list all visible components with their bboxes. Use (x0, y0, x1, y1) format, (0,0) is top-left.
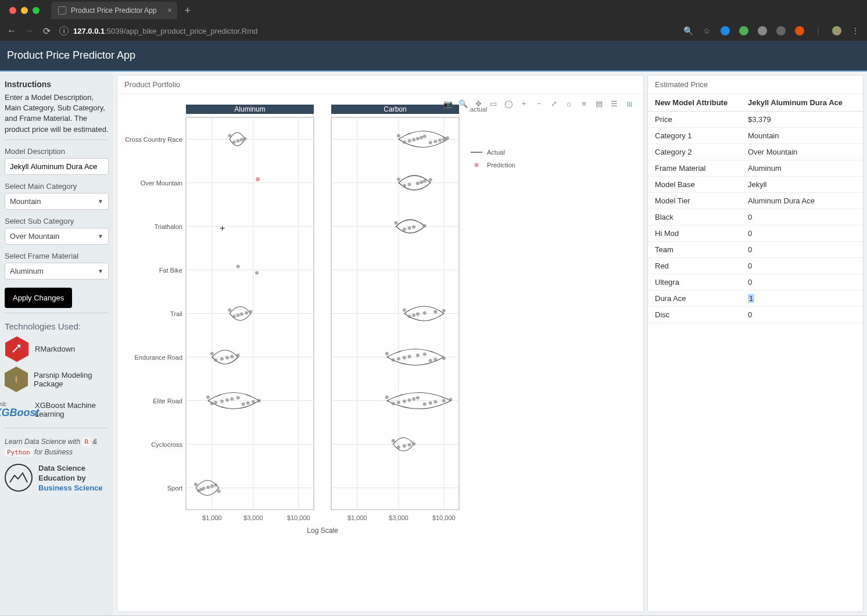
sub-category-select[interactable]: Over Mountain ▼ (5, 228, 109, 245)
svg-point-84 (397, 134, 400, 138)
browser-chrome: Product Price Predictor App × + ← → ⟳ i … (0, 0, 867, 41)
close-tab-icon[interactable]: × (167, 6, 171, 15)
zoom-in-icon[interactable]: ＋ (518, 98, 529, 109)
bookmark-icon[interactable]: ☆ (702, 26, 711, 35)
extension-icon[interactable] (721, 26, 730, 35)
svg-text:$3,000: $3,000 (389, 514, 409, 521)
menu-icon[interactable]: ⋮ (851, 26, 860, 35)
svg-point-112 (423, 311, 427, 315)
estimate-panel-title: Estimated Price (648, 76, 863, 94)
business-science-link[interactable]: Business Science (38, 484, 103, 493)
maximize-window-icon[interactable] (33, 7, 40, 14)
svg-point-59 (210, 352, 214, 356)
new-tab-button[interactable]: + (184, 5, 191, 17)
svg-point-63 (230, 355, 234, 359)
tab-title: Product Price Predictor App (71, 6, 156, 15)
svg-point-62 (225, 356, 229, 360)
svg-point-91 (429, 141, 432, 145)
zoom-icon[interactable]: 🔍 (457, 98, 469, 109)
svg-point-100 (420, 181, 423, 184)
svg-text:Cyclocross: Cyclocross (151, 441, 182, 448)
table-row: Category 2Over Mountain (648, 144, 863, 160)
table-row: Hi Mod0 (648, 225, 863, 242)
table-row: Model BaseJekyll (648, 177, 863, 193)
plotly-logo-icon[interactable]: ⫼ (624, 98, 635, 109)
chevron-down-icon: ▼ (98, 198, 103, 205)
svg-point-98 (408, 183, 411, 187)
svg-point-102 (429, 178, 432, 182)
svg-point-65 (206, 396, 210, 399)
svg-text:Log Scale: Log Scale (307, 527, 338, 535)
svg-point-86 (408, 139, 411, 143)
profile-avatar[interactable] (832, 26, 841, 35)
camera-icon[interactable]: 📷 (442, 98, 454, 109)
svg-point-106 (412, 225, 415, 229)
svg-text:Over Mountain: Over Mountain (141, 180, 182, 187)
svg-text:$3,000: $3,000 (243, 514, 263, 521)
svg-point-118 (403, 356, 406, 360)
svg-point-70 (230, 397, 234, 401)
svg-point-122 (429, 359, 432, 363)
svg-point-87 (412, 138, 415, 142)
forward-button[interactable]: → (24, 26, 34, 35)
parsnip-icon (5, 367, 28, 392)
lasso-select-icon[interactable]: ◯ (503, 98, 514, 109)
svg-point-113 (434, 310, 437, 314)
table-row: Black0 (648, 209, 863, 225)
svg-text:Prediction: Prediction (487, 162, 515, 169)
reload-button[interactable]: ⟳ (42, 26, 51, 35)
close-window-icon[interactable] (9, 7, 16, 14)
frame-material-select[interactable]: Aluminum ▼ (5, 263, 109, 280)
svg-point-111 (416, 313, 420, 316)
product-portfolio-chart[interactable]: Aluminum$1,000$3,000$10,000Carbon$1,000$… (117, 94, 524, 536)
address-bar[interactable]: i 127.0.0.1:5039/app_bike_product_price_… (59, 26, 675, 35)
hover-closest-icon[interactable]: ▤ (593, 98, 605, 109)
technologies-title: Technologies Used: (5, 321, 109, 331)
svg-point-109 (408, 315, 411, 318)
svg-text:$10,000: $10,000 (287, 514, 310, 521)
back-button[interactable]: ← (7, 26, 16, 35)
main-category-label: Select Main Category (5, 182, 109, 191)
table-row: Ultegra0 (648, 274, 863, 291)
table-header: Jekyll Aluminum Dura Ace (741, 94, 863, 112)
learn-note: Learn Data Science with R & Python for B… (5, 436, 109, 458)
svg-point-52 (255, 271, 259, 275)
extension-icon[interactable] (795, 26, 804, 35)
svg-point-71 (237, 396, 240, 400)
extension-icon[interactable] (758, 26, 767, 35)
svg-point-136 (449, 398, 453, 402)
pan-icon[interactable]: ✥ (472, 98, 484, 109)
reset-axes-icon[interactable]: ⌂ (563, 98, 575, 109)
extension-icon[interactable] (739, 26, 748, 35)
svg-point-107 (423, 224, 427, 228)
svg-point-132 (423, 403, 427, 406)
hover-compare-icon[interactable]: ☰ (608, 98, 620, 109)
svg-point-127 (397, 401, 400, 404)
svg-point-73 (246, 402, 250, 405)
extension-icon[interactable] (776, 26, 786, 35)
spike-lines-icon[interactable]: ≡ (578, 98, 590, 109)
svg-text:Aluminum: Aluminum (234, 105, 265, 113)
chart-panel: Product Portfolio 📷 🔍 ✥ ▭ ◯ ＋ － ⤢ ⌂ ≡ ▤ … (117, 75, 644, 612)
apply-changes-button[interactable]: Apply Changes (5, 288, 72, 308)
main-category-select[interactable]: Mountain ▼ (5, 193, 109, 210)
svg-point-69 (225, 399, 229, 402)
svg-text:$10,000: $10,000 (432, 514, 456, 521)
svg-point-85 (403, 141, 406, 144)
browser-tab[interactable]: Product Price Predictor App × (51, 2, 177, 19)
svg-text:+: + (220, 223, 225, 233)
divider (5, 313, 109, 313)
site-info-icon[interactable]: i (59, 26, 69, 35)
estimate-panel: Estimated Price New Model Attribute Jeky… (647, 75, 864, 612)
svg-point-137 (392, 439, 395, 443)
autoscale-icon[interactable]: ⤢ (548, 98, 560, 109)
svg-text:Sport: Sport (167, 485, 182, 492)
box-select-icon[interactable]: ▭ (488, 98, 499, 109)
svg-point-89 (420, 136, 423, 139)
svg-point-88 (416, 137, 420, 141)
business-science-icon (5, 464, 33, 492)
zoom-out-icon[interactable]: － (533, 98, 544, 109)
model-description-input[interactable] (5, 158, 109, 175)
minimize-window-icon[interactable] (21, 7, 28, 14)
search-icon[interactable]: 🔍 (683, 26, 693, 35)
